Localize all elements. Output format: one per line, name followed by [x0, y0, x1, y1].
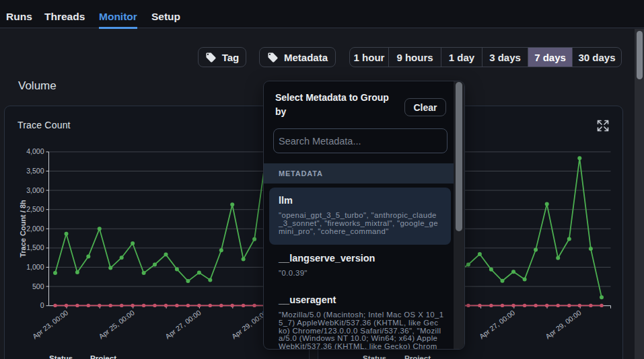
svg-text:Apr 27, 00:00: Apr 27, 00:00: [478, 309, 517, 341]
svg-text:0: 0: [40, 301, 44, 309]
svg-text:3,000: 3,000: [26, 186, 44, 194]
svg-text:2,500: 2,500: [26, 205, 44, 213]
svg-text:3,500: 3,500: [26, 167, 44, 175]
svg-text:500: 500: [32, 282, 44, 290]
svg-text:1,500: 1,500: [26, 243, 44, 251]
svg-text:1,000: 1,000: [26, 263, 44, 271]
svg-text:Trace Count / 8h: Trace Count / 8h: [19, 200, 27, 257]
svg-text:4,000: 4,000: [26, 147, 44, 155]
svg-text:Apr 25, 00:00: Apr 25, 00:00: [97, 309, 136, 341]
svg-text:Apr 29, 00:00: Apr 29, 00:00: [544, 309, 583, 341]
svg-text:2,000: 2,000: [26, 225, 44, 233]
svg-text:Apr 27, 00:00: Apr 27, 00:00: [164, 309, 203, 341]
svg-text:Apr 23, 00:00: Apr 23, 00:00: [31, 309, 70, 341]
